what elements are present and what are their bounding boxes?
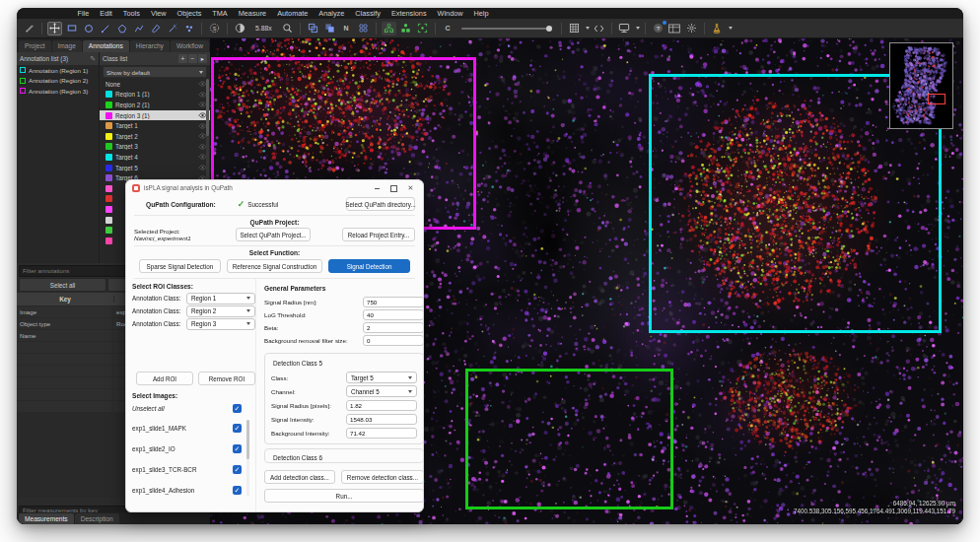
brush-tool-icon[interactable]: [148, 22, 163, 35]
maximize-button[interactable]: [387, 180, 400, 195]
remove-roi-button[interactable]: Remove ROI: [198, 372, 255, 385]
image-checkbox[interactable]: ✓: [233, 465, 242, 474]
annotation-rect-region2[interactable]: [465, 369, 673, 509]
menu-item[interactable]: Automate: [272, 8, 314, 19]
function-button[interactable]: Reference Signal Construction: [227, 259, 322, 273]
polyline-tool-icon[interactable]: [131, 22, 146, 35]
show-detections-icon[interactable]: [382, 22, 396, 35]
image-checkbox[interactable]: ✓: [233, 486, 242, 495]
select-all-button[interactable]: Select all: [19, 278, 106, 292]
show-names-icon[interactable]: N: [339, 22, 354, 35]
measurement-maps-icon[interactable]: [567, 22, 582, 35]
polygon-tool-icon[interactable]: [114, 22, 129, 35]
remove-detection-class-button[interactable]: Remove detection class...: [341, 470, 424, 484]
class-list-item[interactable]: Target 1: [100, 120, 210, 131]
panel-tab[interactable]: Workflow: [171, 40, 209, 52]
detection-select[interactable]: Target 5: [346, 372, 417, 383]
edit-annotations-icon[interactable]: ✎: [90, 55, 96, 63]
wand-tool-icon[interactable]: [165, 22, 179, 35]
menu-item[interactable]: File: [72, 8, 95, 19]
help-icon[interactable]: ?: [651, 22, 665, 35]
add-class-icon[interactable]: +: [178, 54, 187, 63]
panel-tab[interactable]: Image: [52, 40, 82, 52]
param-input[interactable]: [363, 309, 424, 320]
reload-entry-button[interactable]: Reload Project Entry...: [342, 228, 415, 241]
menu-item[interactable]: Help: [468, 8, 494, 19]
class-filter-select[interactable]: Show by default: [103, 66, 207, 78]
class-list-item[interactable]: Target 4: [100, 152, 210, 163]
bottom-tab[interactable]: Measurements: [19, 513, 74, 524]
rectangle-tool-icon[interactable]: [64, 22, 79, 35]
image-checkbox[interactable]: ✓: [233, 444, 242, 453]
zoom-to-fit-icon[interactable]: [280, 22, 295, 35]
selection-mode-icon[interactable]: S: [207, 22, 222, 35]
channel-toggle-label[interactable]: C: [441, 22, 455, 35]
function-button[interactable]: Sparse Signal Detection: [139, 259, 221, 273]
class-list-item[interactable]: Region 2 (1): [100, 100, 210, 110]
dialog-titlebar[interactable]: isPLA signal analysis in QuPath ✕: [126, 180, 423, 195]
minimize-button[interactable]: [371, 180, 384, 195]
image-list-scrollbar[interactable]: [246, 420, 249, 497]
image-list-item[interactable]: exp1_slide3_TCR-BCR ✓: [132, 459, 242, 480]
menu-item[interactable]: Analyze: [314, 8, 350, 19]
opacity-slider[interactable]: [461, 22, 552, 35]
show-tma-grid-icon[interactable]: [356, 22, 371, 35]
annotation-class-select[interactable]: Region 2: [186, 305, 255, 317]
menu-item[interactable]: Window: [432, 8, 468, 19]
measurement-table-icon[interactable]: [667, 22, 682, 35]
fill-annotations-icon[interactable]: [322, 22, 337, 35]
ellipse-tool-icon[interactable]: [81, 22, 96, 35]
run-button[interactable]: Run...: [264, 489, 424, 503]
class-list-item[interactable]: Region 3 (1): [100, 110, 210, 121]
class-list-item[interactable]: Target 5: [100, 163, 210, 173]
menu-item[interactable]: Edit: [95, 8, 118, 19]
select-directory-button[interactable]: Select QuPath directory...: [346, 197, 415, 211]
image-list-item[interactable]: exp1_slide2_IO ✓: [132, 439, 242, 459]
remove-class-icon[interactable]: −: [188, 54, 197, 63]
param-input[interactable]: [363, 322, 424, 333]
pixel-classification-icon[interactable]: [415, 22, 430, 35]
detection-select[interactable]: Channel 5: [346, 385, 417, 397]
bottom-tab[interactable]: Description: [75, 513, 119, 524]
move-tool-icon[interactable]: [47, 22, 62, 35]
image-list-item[interactable]: exp1_slide4_Adhesion ✓: [132, 480, 242, 501]
annotation-list-item[interactable]: Annotation (Region 3): [17, 86, 99, 97]
pencil-icon[interactable]: [22, 22, 36, 35]
overview-thumbnail[interactable]: [889, 42, 953, 129]
detection-input[interactable]: [346, 428, 417, 439]
line-tool-icon[interactable]: [98, 22, 112, 35]
image-list-item[interactable]: exp1_slide1_MAPK ✓: [132, 418, 242, 439]
add-roi-button[interactable]: Add ROI: [136, 372, 193, 385]
menu-item[interactable]: Measure: [233, 8, 271, 19]
annotation-class-select[interactable]: Region 1: [186, 293, 255, 305]
contrast-icon[interactable]: [233, 22, 247, 35]
points-tool-icon[interactable]: [181, 22, 196, 35]
class-list-item[interactable]: Target 2: [100, 131, 210, 142]
detection-input[interactable]: [346, 414, 417, 425]
unselect-all-checkbox[interactable]: ✓: [233, 404, 242, 413]
menu-item[interactable]: Objects: [172, 8, 207, 19]
select-project-button[interactable]: Select QuPath Project...: [236, 228, 311, 241]
panel-tab[interactable]: Project: [19, 40, 51, 52]
chevron-down-icon[interactable]: [636, 27, 640, 30]
annotation-class-select[interactable]: Region 3: [186, 318, 255, 330]
param-input[interactable]: [363, 335, 424, 346]
analysis-tool-icon[interactable]: [710, 22, 725, 35]
fill-detections-icon[interactable]: [398, 22, 413, 35]
panel-tab[interactable]: Annotations: [83, 40, 129, 52]
add-detection-class-button[interactable]: Add detection class...: [264, 470, 335, 484]
script-editor-icon[interactable]: [592, 22, 606, 35]
show-annotations-icon[interactable]: [306, 22, 320, 35]
close-button[interactable]: ✕: [404, 180, 417, 195]
menu-item[interactable]: Tools: [117, 8, 145, 19]
class-list-item[interactable]: Target 3: [100, 142, 210, 153]
param-input[interactable]: [363, 297, 424, 307]
preferences-icon[interactable]: [684, 22, 699, 35]
chevron-down-icon[interactable]: [729, 27, 733, 30]
panel-tab[interactable]: Hierarchy: [130, 40, 170, 52]
menu-item[interactable]: Extensions: [385, 8, 432, 19]
annotation-list-item[interactable]: Annotation (Region 1): [17, 65, 99, 76]
class-list-item[interactable]: None: [100, 79, 210, 90]
class-list-item[interactable]: Region 1 (1): [100, 90, 210, 101]
image-checkbox[interactable]: ✓: [233, 424, 242, 433]
